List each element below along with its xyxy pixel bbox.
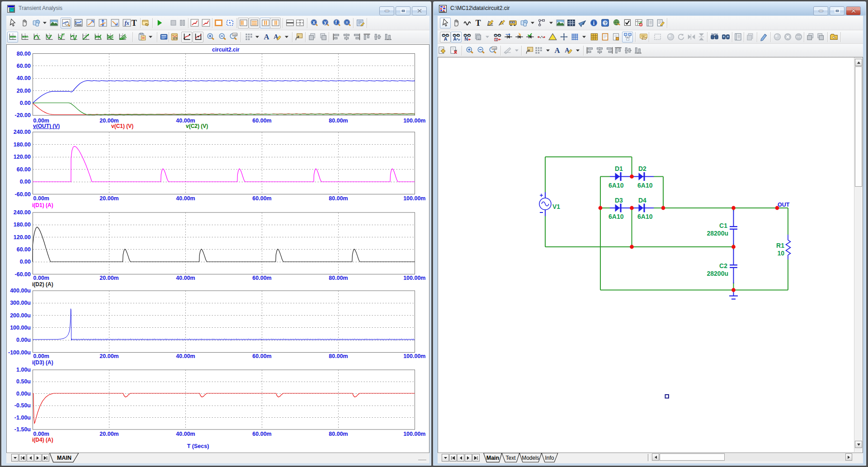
svg-text:v(OUT) (V): v(OUT) (V)	[33, 123, 60, 129]
svg-text:0.00u: 0.00u	[16, 337, 31, 343]
svg-text:100.00m: 100.00m	[403, 275, 425, 281]
svg-text:10: 10	[777, 250, 784, 257]
svg-text:60.00: 60.00	[17, 63, 31, 69]
svg-text:T (Secs): T (Secs)	[187, 443, 209, 449]
svg-text:1.00u: 1.00u	[16, 367, 31, 373]
svg-text:240.00: 240.00	[14, 129, 31, 135]
svg-text:0.00: 0.00	[20, 100, 31, 106]
svg-text:40.00m: 40.00m	[176, 431, 195, 437]
svg-text:Info: Info	[545, 455, 554, 461]
svg-text:80.00m: 80.00m	[329, 275, 348, 281]
svg-text:40.00m: 40.00m	[176, 353, 195, 359]
svg-text:6A10: 6A10	[637, 182, 653, 189]
svg-text:80.00m: 80.00m	[329, 353, 348, 359]
svg-text:60.00m: 60.00m	[252, 275, 271, 281]
svg-text:Models: Models	[522, 455, 539, 461]
svg-text:60.00m: 60.00m	[252, 353, 271, 359]
svg-text:6A10: 6A10	[609, 182, 624, 189]
svg-text:400.00u: 400.00u	[10, 288, 31, 294]
svg-text:D4: D4	[638, 197, 646, 204]
svg-text:-60.00: -60.00	[15, 271, 31, 278]
svg-text:OUT: OUT	[778, 202, 790, 208]
svg-text:v(C1) (V): v(C1) (V)	[111, 123, 133, 129]
svg-text:200.00u: 200.00u	[10, 312, 31, 319]
svg-text:-60.00: -60.00	[15, 191, 31, 198]
svg-text:-1.50u: -1.50u	[14, 426, 31, 433]
svg-text:180.00: 180.00	[14, 222, 31, 228]
svg-text:40.00m: 40.00m	[176, 275, 195, 281]
svg-text:40.00: 40.00	[17, 75, 31, 81]
svg-text:i(D4) (A): i(D4) (A)	[32, 437, 53, 443]
svg-text:R1: R1	[776, 242, 784, 249]
svg-text:C2: C2	[719, 262, 727, 269]
svg-text:60.00m: 60.00m	[252, 118, 271, 124]
svg-text:180.00: 180.00	[14, 142, 31, 148]
svg-text:-20.00: -20.00	[15, 112, 31, 118]
svg-text:28200u: 28200u	[707, 270, 728, 277]
svg-text:240.00: 240.00	[14, 209, 31, 216]
svg-text:V1: V1	[552, 203, 560, 210]
svg-text:20.00m: 20.00m	[99, 353, 118, 359]
svg-text:C1: C1	[719, 222, 727, 229]
svg-text:-1.00u: -1.00u	[14, 415, 31, 421]
svg-text:60.00: 60.00	[17, 166, 31, 173]
svg-text:i(D2) (A): i(D2) (A)	[32, 281, 53, 288]
svg-text:v(C2) (V): v(C2) (V)	[186, 123, 208, 129]
svg-text:20.00: 20.00	[17, 88, 31, 94]
svg-text:20.00m: 20.00m	[99, 195, 118, 202]
svg-text:circuit2.cir: circuit2.cir	[212, 47, 240, 53]
svg-text:D3: D3	[615, 197, 623, 204]
svg-text:MAIN: MAIN	[57, 455, 71, 461]
svg-text:120.00: 120.00	[14, 154, 31, 160]
svg-text:100.00m: 100.00m	[403, 195, 425, 202]
svg-text:0.00m: 0.00m	[33, 275, 49, 281]
svg-text:6A10: 6A10	[637, 213, 653, 220]
svg-text:-100.00u: -100.00u	[8, 349, 31, 356]
svg-text:i(D1) (A): i(D1) (A)	[32, 202, 53, 208]
svg-text:100.00m: 100.00m	[403, 353, 425, 359]
svg-text:0.00: 0.00	[20, 179, 31, 185]
svg-text:20.00m: 20.00m	[99, 431, 118, 437]
svg-text:0.00m: 0.00m	[33, 353, 49, 359]
svg-text:80.00: 80.00	[17, 51, 31, 57]
svg-text:-0.50u: -0.50u	[14, 402, 31, 409]
svg-text:0.00m: 0.00m	[33, 195, 49, 202]
svg-text:i(D3) (A): i(D3) (A)	[32, 359, 53, 366]
svg-text:0.00: 0.00	[20, 259, 31, 265]
svg-text:60.00m: 60.00m	[252, 195, 271, 202]
svg-text:100.00u: 100.00u	[10, 325, 31, 331]
svg-text:60.00: 60.00	[17, 246, 31, 253]
svg-text:D2: D2	[638, 165, 646, 172]
svg-text:Main: Main	[486, 455, 499, 461]
svg-text:0.00m: 0.00m	[33, 431, 49, 437]
svg-text:300.00u: 300.00u	[10, 300, 31, 306]
svg-text:D1: D1	[615, 165, 623, 172]
svg-text:0.00u: 0.00u	[16, 391, 31, 397]
svg-text:80.00m: 80.00m	[329, 431, 348, 437]
svg-text:80.00m: 80.00m	[329, 195, 348, 202]
svg-text:100.00m: 100.00m	[403, 118, 425, 124]
svg-text:28200u: 28200u	[707, 230, 728, 237]
svg-text:80.00m: 80.00m	[329, 118, 348, 124]
svg-text:6A10: 6A10	[609, 213, 624, 220]
svg-text:20.00m: 20.00m	[99, 275, 118, 281]
svg-text:40.00m: 40.00m	[176, 195, 195, 202]
svg-text:Text: Text	[505, 455, 516, 461]
svg-text:60.00m: 60.00m	[252, 431, 271, 437]
svg-text:100.00m: 100.00m	[403, 431, 425, 437]
svg-text:120.00: 120.00	[14, 234, 31, 241]
svg-text:0.50u: 0.50u	[16, 378, 31, 385]
